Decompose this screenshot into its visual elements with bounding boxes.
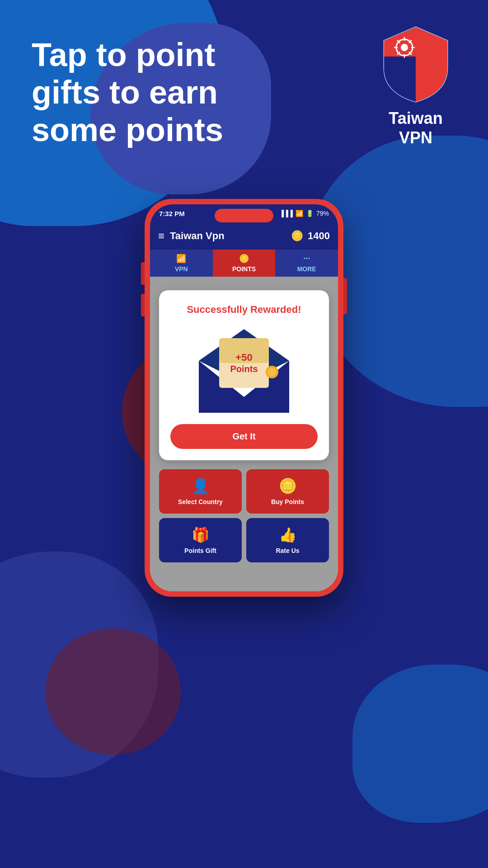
reward-dialog: Successfully Rewarded! +50 (159, 290, 329, 460)
svg-text:Points: Points (230, 364, 258, 374)
phone-screen: 7:32 PM ▐▐▐ 📶 🔋 79% ≡ Taiwan Vpn 🪙 1400 (150, 204, 338, 591)
tab-bar: 📶 VPN 🪙 POINTS ··· MORE (150, 250, 338, 277)
side-button-vol-down (141, 294, 145, 316)
get-it-button[interactable]: Get It (170, 424, 318, 449)
points-gift-label: Points Gift (184, 547, 216, 554)
status-icons: ▐▐▐ 📶 🔋 79% (279, 210, 329, 217)
battery-percent: 79% (316, 210, 329, 217)
tab-vpn[interactable]: 📶 VPN (150, 250, 213, 277)
select-country-button[interactable]: 👤 Select Country (159, 469, 242, 514)
vpn-tab-icon: 📶 (176, 254, 186, 264)
vpn-logo-name: TaiwanVPN (389, 108, 442, 147)
tab-points[interactable]: 🪙 POINTS (213, 250, 276, 277)
phone-mockup: 7:32 PM ▐▐▐ 📶 🔋 79% ≡ Taiwan Vpn 🪙 1400 (145, 199, 343, 597)
menu-icon[interactable]: ≡ (158, 230, 164, 242)
points-gift-icon: 🎁 (192, 526, 210, 543)
tab-more-label: MORE (297, 265, 316, 273)
app-title: Taiwan Vpn (170, 230, 225, 242)
vpn-logo: TaiwanVPN (380, 23, 452, 147)
shield-icon (380, 23, 452, 104)
select-country-icon: 👤 (192, 477, 210, 495)
header-right: 🪙 1400 (291, 230, 330, 242)
buy-points-label: Buy Points (271, 498, 304, 505)
tab-points-label: POINTS (232, 265, 256, 273)
select-country-label: Select Country (178, 498, 223, 505)
svg-point-18 (267, 368, 277, 377)
headline-line1: Tap to point (32, 37, 216, 73)
header-left: ≡ Taiwan Vpn (158, 230, 225, 242)
rate-us-label: Rate Us (276, 547, 299, 554)
battery-icon: 🔋 (306, 210, 314, 217)
rate-us-button[interactable]: 👍 Rate Us (246, 518, 329, 562)
buy-points-icon: 🪙 (279, 477, 297, 495)
side-button-vol-up (141, 262, 145, 285)
buy-points-button[interactable]: 🪙 Buy Points (246, 469, 329, 514)
coin-icon: 🪙 (291, 230, 303, 242)
envelope-illustration: +50 Points (194, 325, 294, 415)
app-header: ≡ Taiwan Vpn 🪙 1400 (150, 222, 338, 250)
main-content: Successfully Rewarded! +50 (150, 277, 338, 591)
tab-vpn-label: VPN (175, 265, 188, 273)
reward-title: Successfully Rewarded! (187, 304, 301, 316)
headline-line2: gifts to earn (32, 74, 218, 110)
phone-outer: 7:32 PM ▐▐▐ 📶 🔋 79% ≡ Taiwan Vpn 🪙 1400 (145, 199, 343, 597)
side-button-power (343, 278, 347, 314)
signal-icon: ▐▐▐ (279, 210, 293, 217)
svg-text:+50: +50 (235, 352, 252, 363)
bottom-grid: 👤 Select Country 🪙 Buy Points 🎁 Points G… (159, 469, 329, 562)
wifi-icon: 📶 (296, 210, 303, 217)
headline-line3: some points (32, 112, 223, 148)
status-time: 7:32 PM (159, 210, 185, 217)
tab-more[interactable]: ··· MORE (275, 250, 338, 277)
points-count: 1400 (308, 230, 330, 242)
more-tab-icon: ··· (303, 254, 310, 264)
headline-text: Tap to point gifts to earn some points (32, 36, 223, 148)
camera-notch (215, 209, 273, 222)
points-gift-button[interactable]: 🎁 Points Gift (159, 518, 242, 562)
rate-us-icon: 👍 (279, 526, 297, 543)
svg-point-2 (401, 44, 408, 51)
points-tab-icon: 🪙 (239, 254, 249, 264)
